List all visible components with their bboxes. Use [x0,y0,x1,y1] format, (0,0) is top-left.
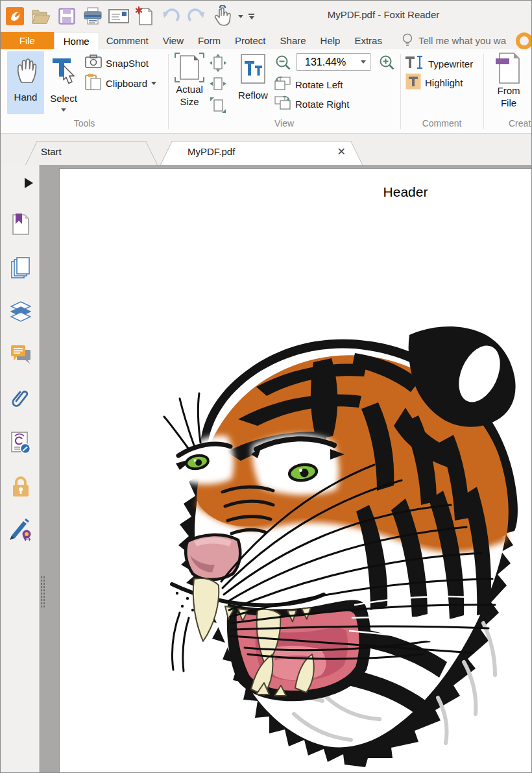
actual-size-label-2: Size [180,95,199,108]
doc-tab-mypdf[interactable]: MyPDF.pdf ✕ [160,141,363,165]
zoom-level-combo[interactable] [296,53,370,71]
create-blank-pdf-icon[interactable] [134,6,155,27]
tab-form[interactable]: Form [191,32,228,49]
zoom-out-button[interactable] [275,55,291,73]
sidebar-panel-security[interactable] [10,475,32,498]
typewriter-button[interactable]: Typewriter [405,55,473,72]
fit-page-button[interactable] [210,54,226,75]
tab-help[interactable]: Help [313,32,348,49]
bookmarks-icon [11,214,30,236]
digital-signature-icon [10,518,32,541]
actual-size-label-1: Actual [176,83,203,95]
tell-me-search[interactable]: Tell me what you wa [401,32,532,49]
highlight-button[interactable]: Highlight [405,73,463,92]
from-file-label-2: File [501,97,516,109]
sidebar-panel-attachments[interactable] [10,387,32,411]
lightbulb-icon [401,32,414,49]
file-menu-button[interactable]: File [1,32,54,49]
sidebar-panel-bookmarks[interactable] [10,213,32,236]
view-group-label: View [168,118,400,129]
comment-group-label: Comment [400,118,483,129]
undo-icon[interactable] [160,6,181,27]
lock-icon [10,476,31,498]
title-bar: MyPDF.pdf - Foxit Reader [1,1,532,32]
tell-me-placeholder: Tell me what you wa [418,35,506,46]
select-tool-button[interactable]: Select [46,51,81,114]
create-group-label: Create [483,118,532,129]
clipboard-button[interactable]: Clipboard [85,73,156,93]
help-orb-icon[interactable] [516,32,532,49]
fit-page-icon [210,54,226,72]
sidebar-resize-grip[interactable] [40,575,45,609]
tab-protect[interactable]: Protect [228,32,273,49]
highlight-label: Highlight [425,77,463,88]
select-dropdown-icon[interactable] [61,108,66,112]
layers-icon [10,301,31,322]
rotate-right-button[interactable]: Rotate Right [274,95,349,114]
navigation-sidebar [1,165,40,773]
sidebar-panel-signatures[interactable] [10,518,32,541]
hand-icon [14,56,38,86]
expand-panel-button[interactable] [18,171,40,195]
foxit-logo-icon[interactable] [5,6,25,27]
reflow-icon [239,53,267,84]
close-tab-icon[interactable]: ✕ [337,145,346,158]
window-title: MyPDF.pdf - Foxit Reader [328,9,440,20]
from-file-icon [494,52,523,84]
reflow-button[interactable]: Reflow [234,53,272,101]
zoom-in-button[interactable] [379,55,395,73]
rotate-right-icon [274,95,291,114]
snapshot-button[interactable]: SnapShot [85,55,149,71]
redo-icon[interactable] [186,6,207,27]
email-icon[interactable] [108,6,129,27]
touch-mode-dropdown-icon[interactable] [238,15,243,18]
print-icon[interactable] [82,6,103,27]
rotate-left-icon [274,75,291,94]
tab-home[interactable]: Home [54,32,99,49]
rotate-left-label: Rotate Left [295,79,343,90]
tab-extras[interactable]: Extras [347,32,389,49]
snapshot-camera-icon [85,55,102,71]
doc-tab-start[interactable]: Start [25,141,158,165]
fit-visible-icon [210,97,226,114]
quick-access-toolbar [5,6,254,27]
actual-size-button[interactable]: Actual Size [173,52,206,108]
rights-management-icon [10,431,32,454]
tab-comment[interactable]: Comment [99,32,156,49]
rotate-left-button[interactable]: Rotate Left [274,75,343,94]
zoom-in-icon [379,55,395,71]
comments-icon [10,345,31,365]
tab-view[interactable]: View [156,32,191,49]
actual-size-icon [174,52,205,83]
menu-bar: File Home Comment View Form Protect Shar… [1,32,532,49]
tab-share[interactable]: Share [273,32,313,49]
select-label: Select [50,93,77,104]
fit-visible-button[interactable] [210,97,226,116]
typewriter-label: Typewriter [428,58,473,69]
zoom-out-icon [275,55,291,71]
from-file-button[interactable]: From File [489,52,529,109]
typewriter-icon [405,55,424,72]
page-thumbnails-icon [11,257,30,279]
sidebar-panel-pages[interactable] [10,256,32,280]
pdf-page: Header [59,168,532,773]
document-tab-strip: Start MyPDF.pdf ✕ [1,134,532,165]
sidebar-panel-rights-management[interactable] [10,431,32,454]
fit-width-icon [210,76,226,92]
hand-tool-button[interactable]: Hand [7,51,44,114]
open-file-icon[interactable] [30,6,51,27]
doc-tab-mypdf-label: MyPDF.pdf [187,146,235,157]
sidebar-panel-layers[interactable] [10,300,32,323]
customize-toolbar-icon[interactable] [248,14,254,19]
tools-group-label: Tools [1,118,168,129]
zoom-level-input[interactable] [297,56,357,68]
snapshot-label: SnapShot [106,58,149,69]
from-file-label-1: From [498,84,520,97]
select-icon [51,56,77,89]
save-icon[interactable] [56,6,77,27]
sidebar-panel-comments[interactable] [10,343,32,367]
clipboard-dropdown-icon[interactable] [151,82,156,85]
touch-mode-icon[interactable] [212,6,233,27]
zoom-dropdown-icon[interactable] [357,54,370,70]
fit-width-button[interactable] [210,76,226,94]
